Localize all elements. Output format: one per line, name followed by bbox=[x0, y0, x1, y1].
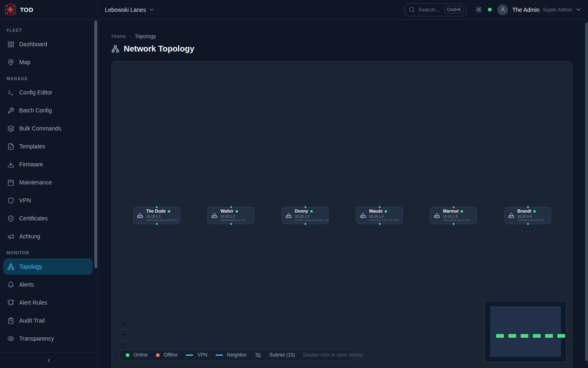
minimap[interactable] bbox=[485, 301, 566, 362]
network-icon bbox=[7, 263, 14, 270]
sidebar-item-map[interactable]: Map bbox=[3, 54, 93, 70]
breadcrumb-home[interactable]: Home bbox=[111, 33, 126, 39]
device-node-maude[interactable]: Maude10.10.1.4CRS326-24G-2S+RM bbox=[356, 207, 403, 224]
node-handle-bottom[interactable] bbox=[526, 222, 529, 225]
user-role: Super Admin bbox=[543, 7, 572, 13]
sidebar-item-label: Alerts bbox=[19, 281, 34, 288]
node-handle-top[interactable] bbox=[304, 206, 307, 209]
sidebar-nav: FleetDashboardMapManageConfig EditorBatc… bbox=[0, 20, 98, 352]
dashboard-icon bbox=[7, 41, 14, 48]
sidebar-item-achtung[interactable]: Achtung bbox=[3, 228, 93, 245]
sidebar-item-dashboard[interactable]: Dashboard bbox=[3, 36, 93, 52]
node-model: RB5009UG+S+IN bbox=[220, 218, 245, 222]
node-handle-top[interactable] bbox=[229, 206, 232, 209]
breadcrumb-current: Topology bbox=[135, 33, 156, 39]
device-node-brandt[interactable]: Brandt10.10.1.6CRS309-1G-8S+IN bbox=[504, 207, 551, 224]
network-icon bbox=[111, 45, 119, 53]
device-node-marmot[interactable]: Marmot10.10.1.5RBcAPGi-5acD2nD bbox=[430, 207, 477, 224]
sidebar-item-transparency[interactable]: Transparency bbox=[3, 330, 93, 347]
minimap-viewport bbox=[490, 306, 561, 357]
clipboard-icon bbox=[7, 317, 14, 324]
node-handle-bottom[interactable] bbox=[378, 222, 381, 225]
sidebar-item-label: Batch Config bbox=[19, 107, 52, 114]
router-icon bbox=[434, 212, 440, 219]
sidebar-item-config-editor[interactable]: Config Editor bbox=[3, 84, 93, 101]
legend-subnet-label: Subnet (15) bbox=[270, 352, 295, 358]
app-title: TOD bbox=[20, 6, 33, 13]
sidebar-item-label: Audit Trail bbox=[19, 317, 45, 324]
sidebar-item-bulk-commands[interactable]: Bulk Commands bbox=[3, 120, 93, 137]
sidebar-item-vpn[interactable]: VPN bbox=[3, 192, 93, 209]
sidebar-scrollbar[interactable] bbox=[94, 20, 97, 268]
device-node-donny[interactable]: Donny10.10.1.3C52iG-5HaxD2HaxD-US bbox=[282, 207, 329, 224]
user-name: The Admin bbox=[512, 7, 539, 13]
fit-view-icon bbox=[121, 343, 127, 349]
user-menu-button[interactable] bbox=[575, 7, 581, 13]
sidebar-item-alert-rules[interactable]: Alert Rules bbox=[3, 294, 93, 311]
minimap-node bbox=[496, 334, 504, 338]
router-icon bbox=[360, 212, 366, 219]
window-scrollbar[interactable] bbox=[585, 22, 588, 361]
node-model: CRS309-1G-8S+IN bbox=[517, 218, 543, 222]
node-name: Maude bbox=[369, 209, 383, 214]
legend-vpn-label: VPN bbox=[197, 352, 207, 358]
node-handle-top[interactable] bbox=[526, 206, 529, 209]
plus-icon bbox=[120, 321, 127, 327]
terminal-icon bbox=[7, 89, 14, 96]
sidebar-item-topology[interactable]: Topology bbox=[3, 258, 93, 275]
theme-toggle-button[interactable] bbox=[475, 6, 482, 13]
shield-icon bbox=[7, 197, 14, 204]
node-ip: 10.10.1.5 bbox=[443, 214, 470, 219]
sidebar-item-maintenance[interactable]: Maintenance bbox=[3, 174, 93, 191]
device-node-the-dude[interactable]: The Dude10.10.1.1RBD53iG-5HacD2HnD bbox=[133, 207, 180, 224]
node-handle-bottom[interactable] bbox=[304, 222, 307, 225]
topology-canvas[interactable]: The Dude10.10.1.1RBD53iG-5HacD2HnDWalter… bbox=[111, 61, 572, 368]
sidebar-item-firmware[interactable]: Firmware bbox=[3, 156, 93, 173]
node-status-dot bbox=[533, 210, 536, 213]
legend-online-label: Online bbox=[134, 352, 148, 358]
app-logo-icon bbox=[5, 4, 16, 15]
sidebar-item-label: Maintenance bbox=[19, 179, 52, 186]
sidebar-item-label: Alert Rules bbox=[19, 299, 47, 306]
search-input[interactable]: Search... Cmd+K bbox=[404, 3, 466, 16]
calendar-icon bbox=[7, 179, 14, 186]
node-name: The Dude bbox=[146, 209, 166, 214]
sidebar-item-templates[interactable]: Templates bbox=[3, 138, 93, 155]
node-handle-bottom[interactable] bbox=[229, 222, 232, 225]
shield-check-icon bbox=[7, 215, 14, 222]
megaphone-icon bbox=[7, 233, 14, 240]
wrench-icon bbox=[7, 107, 14, 114]
sidebar-item-alerts[interactable]: Alerts bbox=[3, 276, 93, 293]
org-selector[interactable]: Lebowski Lanes bbox=[98, 7, 155, 13]
node-model: RBD53iG-5HacD2HnD bbox=[146, 218, 176, 222]
sidebar-item-label: Dashboard bbox=[19, 41, 47, 47]
node-name: Donny bbox=[295, 209, 308, 214]
sidebar-collapse-button[interactable] bbox=[0, 352, 98, 368]
node-ip: 10.10.1.2 bbox=[220, 214, 245, 219]
toggle-labels-button[interactable] bbox=[255, 352, 261, 358]
node-handle-bottom[interactable] bbox=[452, 222, 455, 225]
vpn-line-swatch bbox=[186, 355, 193, 356]
nav-section-label: Manage bbox=[7, 76, 94, 81]
legend-neighbor-label: Neighbor bbox=[227, 352, 247, 358]
zoom-out-button[interactable] bbox=[118, 330, 129, 341]
sidebar-item-batch-config[interactable]: Batch Config bbox=[3, 102, 93, 119]
sidebar-item-audit-trail[interactable]: Audit Trail bbox=[3, 312, 93, 329]
device-node-walter[interactable]: Walter10.10.1.2RB5009UG+S+IN bbox=[207, 207, 254, 224]
node-handle-top[interactable] bbox=[452, 206, 455, 209]
router-icon bbox=[508, 212, 514, 219]
brand: TOD bbox=[0, 0, 98, 20]
chevron-left-icon bbox=[46, 357, 52, 364]
node-ip: 10.10.1.6 bbox=[517, 214, 543, 219]
bell-ring-icon bbox=[7, 299, 14, 306]
sidebar-item-label: Achtung bbox=[19, 233, 40, 240]
sidebar-item-certificates[interactable]: Certificates bbox=[3, 210, 93, 227]
chevron-down-icon bbox=[575, 7, 581, 13]
zoom-in-button[interactable] bbox=[118, 319, 129, 330]
node-handle-top[interactable] bbox=[378, 206, 381, 209]
avatar[interactable] bbox=[497, 4, 508, 15]
node-handle-bottom[interactable] bbox=[155, 222, 158, 225]
node-handle-top[interactable] bbox=[155, 206, 158, 209]
node-model: RBcAPGi-5acD2nD bbox=[443, 218, 470, 222]
user-icon bbox=[500, 7, 506, 13]
